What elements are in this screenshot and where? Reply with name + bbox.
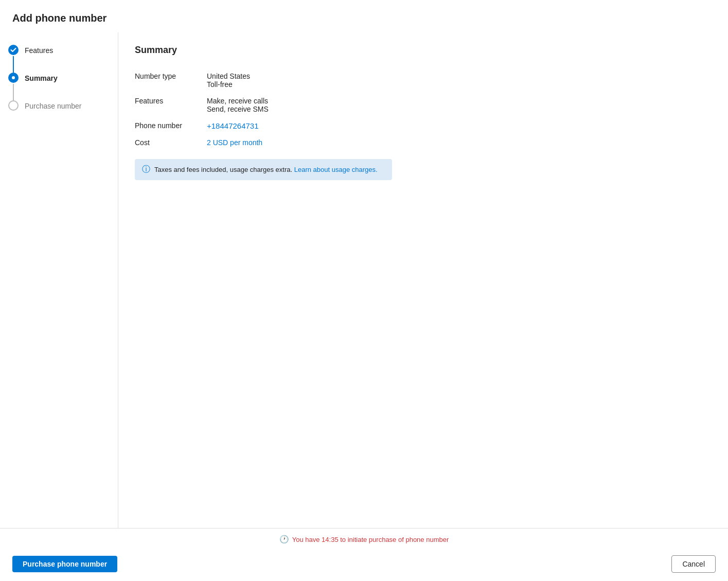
feature1: Make, receive calls xyxy=(207,97,443,105)
summary-title: Summary xyxy=(135,45,712,56)
summary-table: Number type United States Toll-free Feat… xyxy=(135,68,443,151)
page-title: Add phone number xyxy=(12,12,716,24)
timer-bar: 🕐 You have 14:35 to initiate purchase of… xyxy=(0,529,728,549)
main-content: Features Summary Purchase number xyxy=(0,32,728,528)
step-connector-purchase xyxy=(8,100,19,111)
page-container: Add phone number Features xyxy=(0,0,728,581)
phone-number-label: Phone number xyxy=(135,117,207,134)
cancel-button[interactable]: Cancel xyxy=(671,555,716,573)
info-icon: ⓘ xyxy=(142,164,150,175)
footer-actions: Purchase phone number Cancel xyxy=(0,549,728,581)
svg-point-0 xyxy=(12,76,15,79)
feature2: Send, receive SMS xyxy=(207,105,443,113)
features-value: Make, receive calls Send, receive SMS xyxy=(207,93,443,117)
cost-label: Cost xyxy=(135,134,207,151)
number-type-label: Number type xyxy=(135,68,207,93)
number-type-country: United States xyxy=(207,72,443,80)
step-summary: Summary xyxy=(8,73,110,100)
step-circle-summary xyxy=(8,73,19,83)
info-text: Taxes and fees included, usage charges e… xyxy=(154,166,378,173)
step-purchase: Purchase number xyxy=(8,100,110,111)
step-line-summary xyxy=(13,84,14,100)
footer: 🕐 You have 14:35 to initiate purchase of… xyxy=(0,528,728,581)
step-label-features: Features xyxy=(25,45,53,56)
step-connector-features xyxy=(8,45,19,73)
timer-icon: 🕐 xyxy=(279,535,289,544)
features-block: Make, receive calls Send, receive SMS xyxy=(207,97,443,113)
sidebar-stepper: Features Summary Purchase number xyxy=(0,32,118,528)
features-label: Features xyxy=(135,93,207,117)
step-connector-summary xyxy=(8,73,19,100)
page-header: Add phone number xyxy=(0,0,728,32)
step-label-purchase: Purchase number xyxy=(25,100,82,111)
content-area: Summary Number type United States Toll-f… xyxy=(118,32,728,528)
step-label-summary: Summary xyxy=(25,73,58,83)
spacer xyxy=(135,180,712,516)
step-circle-purchase xyxy=(8,100,19,111)
phone-number-value: +18447264731 xyxy=(207,117,443,134)
number-type-tier: Toll-free xyxy=(207,80,443,89)
step-line-features xyxy=(13,56,14,73)
purchase-phone-number-button[interactable]: Purchase phone number xyxy=(12,556,117,572)
info-link[interactable]: Learn about usage charges. xyxy=(294,166,378,173)
step-features: Features xyxy=(8,45,110,73)
number-type-block: United States Toll-free xyxy=(207,72,443,89)
timer-text: You have 14:35 to initiate purchase of p… xyxy=(292,536,449,543)
number-type-value: United States Toll-free xyxy=(207,68,443,93)
cost-value: 2 USD per month xyxy=(207,134,443,151)
step-circle-features xyxy=(8,45,19,55)
info-banner: ⓘ Taxes and fees included, usage charges… xyxy=(135,159,392,180)
